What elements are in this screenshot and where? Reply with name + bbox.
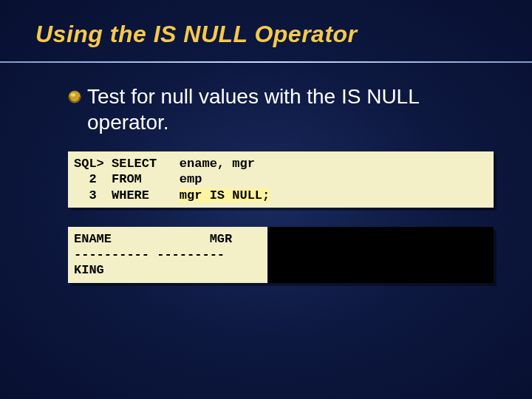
result-header: ENAME MGR xyxy=(74,232,232,246)
code-l3-cond: mgr IS NULL; xyxy=(180,188,270,202)
slide: Using the IS NULL Operator Test for null… xyxy=(0,0,532,283)
slide-title: Using the IS NULL Operator xyxy=(35,21,497,48)
sql-query-text: SQL> SELECT ename, mgr 2 FROM emp 3 WHER… xyxy=(68,151,494,208)
sql-result-block: ENAME MGR ---------- --------- KING xyxy=(68,227,494,283)
title-underline xyxy=(0,61,532,63)
bullet-item: Test for null values with the IS NULL op… xyxy=(68,83,497,135)
code-l1-prompt: SQL> SELECT xyxy=(74,157,180,171)
result-row: KING xyxy=(74,263,104,277)
code-l3-prompt: 3 WHERE xyxy=(74,188,180,202)
code-l2-table: emp xyxy=(180,172,202,186)
code-l1-cols: ename, mgr xyxy=(180,157,255,171)
svg-point-1 xyxy=(71,93,75,96)
result-sep: ---------- --------- xyxy=(74,248,225,262)
code-l2-prompt: 2 FROM xyxy=(74,172,180,186)
bullet-icon xyxy=(68,90,81,103)
sql-result-text: ENAME MGR ---------- --------- KING xyxy=(68,227,267,283)
sql-query-block: SQL> SELECT ename, mgr 2 FROM emp 3 WHER… xyxy=(68,151,494,208)
bullet-text: Test for null values with the IS NULL op… xyxy=(87,83,497,135)
svg-point-0 xyxy=(69,91,81,103)
